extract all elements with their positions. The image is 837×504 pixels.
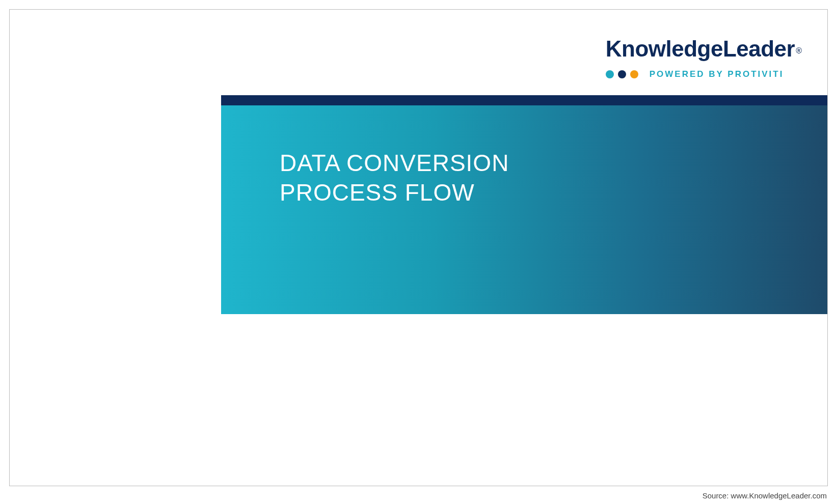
dot-icon — [606, 70, 614, 78]
brand-dots — [606, 70, 638, 78]
registered-mark: ® — [796, 46, 802, 55]
accent-bar — [221, 95, 827, 105]
brand-name: KnowledgeLeader — [606, 36, 795, 61]
slide-title: DATA CONVERSION PROCESS FLOW — [280, 149, 827, 207]
title-panel: DATA CONVERSION PROCESS FLOW — [221, 105, 827, 314]
slide-container: KnowledgeLeader® POWERED BY PROTIVITI DA… — [9, 9, 828, 486]
dot-icon — [630, 70, 638, 78]
brand-logo: KnowledgeLeader® POWERED BY PROTIVITI — [606, 38, 802, 79]
dot-icon — [618, 70, 626, 78]
brand-subline: POWERED BY PROTIVITI — [606, 69, 802, 79]
brand-name-row: KnowledgeLeader® — [606, 38, 802, 60]
source-attribution: Source: www.KnowledgeLeader.com — [703, 491, 827, 500]
brand-tagline: POWERED BY PROTIVITI — [650, 69, 784, 79]
